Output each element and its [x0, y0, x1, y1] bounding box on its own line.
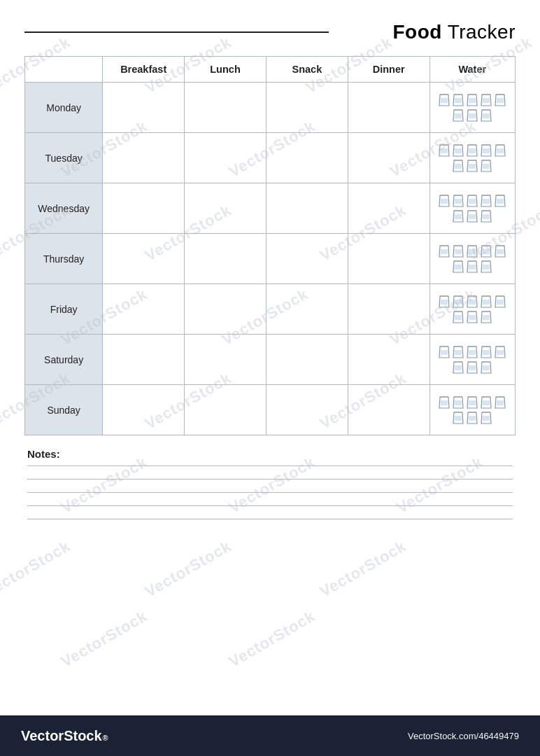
water-glass-icon [466, 360, 478, 374]
breakfast-cell-friday[interactable] [103, 284, 185, 335]
day-cell-thursday: Thursday [25, 234, 103, 284]
notes-label: Notes: [27, 448, 513, 460]
food-tracker-table: Breakfast Lunch Snack Dinner Water Monda… [24, 56, 516, 435]
lunch-cell-sunday[interactable] [185, 385, 267, 435]
water-cell-tuesday[interactable] [429, 133, 515, 183]
col-header-dinner: Dinner [348, 57, 429, 83]
breakfast-cell-monday[interactable] [103, 83, 185, 133]
water-glass-icon [480, 411, 492, 425]
snack-cell-wednesday[interactable] [266, 183, 348, 234]
reg-symbol: ® [103, 734, 108, 742]
dinner-cell-tuesday[interactable] [348, 133, 429, 183]
water-glass-icon [480, 360, 492, 374]
water-glass-icon [480, 209, 492, 223]
lunch-cell-thursday[interactable] [185, 234, 267, 284]
col-header-lunch: Lunch [185, 57, 267, 83]
breakfast-cell-saturday[interactable] [103, 335, 185, 385]
snack-cell-friday[interactable] [266, 284, 348, 335]
watermark-text: VectorStock [226, 607, 319, 671]
breakfast-cell-wednesday[interactable] [103, 183, 185, 234]
water-glass-icon [494, 345, 506, 359]
watermark-text: VectorStock [142, 537, 235, 601]
lunch-cell-saturday[interactable] [185, 335, 267, 385]
water-glass-icon [452, 411, 464, 425]
water-glass-icon [494, 194, 506, 208]
lunch-cell-tuesday[interactable] [185, 133, 267, 183]
dinner-cell-monday[interactable] [348, 83, 429, 133]
water-glass-icon [452, 194, 464, 208]
water-glass-icon [466, 93, 478, 107]
title-regular: Tracker [442, 21, 516, 43]
page-title: Food Tracker [392, 21, 516, 43]
water-cell-saturday[interactable] [429, 335, 515, 385]
water-glass-icon [466, 194, 478, 208]
water-glass-icon [452, 144, 464, 158]
water-glass-icon [494, 93, 506, 107]
notes-line [27, 519, 513, 519]
table-row: Saturday [25, 335, 516, 385]
water-glass-icon [438, 295, 450, 309]
breakfast-cell-sunday[interactable] [103, 385, 185, 435]
water-cell-sunday[interactable] [429, 385, 515, 435]
water-cell-wednesday[interactable] [429, 183, 515, 234]
water-glass-icon [466, 144, 478, 158]
water-glass-icon [480, 159, 492, 173]
notes-line [27, 492, 513, 493]
notes-line [27, 465, 513, 466]
col-header-water: Water [429, 57, 515, 83]
water-cell-monday[interactable] [429, 83, 515, 133]
water-glass-icon [480, 144, 492, 158]
water-glass-icon [452, 260, 464, 274]
col-header-breakfast: Breakfast [103, 57, 185, 83]
snack-cell-monday[interactable] [266, 83, 348, 133]
table-row: Tuesday [25, 133, 516, 183]
snack-cell-saturday[interactable] [266, 335, 348, 385]
title-bold: Food [392, 21, 441, 43]
day-cell-wednesday: Wednesday [25, 183, 103, 234]
water-glass-icon [452, 360, 464, 374]
water-glass-icon [452, 396, 464, 410]
water-glass-icon [438, 194, 450, 208]
breakfast-cell-thursday[interactable] [103, 234, 185, 284]
table-row: Friday [25, 284, 516, 335]
water-glass-icon [438, 144, 450, 158]
water-glass-icon [480, 310, 492, 324]
water-glass-icon [466, 159, 478, 173]
header-line [24, 31, 329, 33]
water-glass-icon [480, 396, 492, 410]
table-row: Wednesday [25, 183, 516, 234]
water-glass-icon [452, 209, 464, 223]
dinner-cell-sunday[interactable] [348, 385, 429, 435]
table-row: Monday [25, 83, 516, 133]
water-glass-icon [494, 144, 506, 158]
water-cell-friday[interactable] [429, 284, 515, 335]
water-glass-icon [438, 93, 450, 107]
dinner-cell-friday[interactable] [348, 284, 429, 335]
lunch-cell-monday[interactable] [185, 83, 267, 133]
logo-text: VectorStock [21, 728, 102, 744]
water-glass-icon [466, 295, 478, 309]
dinner-cell-thursday[interactable] [348, 234, 429, 284]
breakfast-cell-tuesday[interactable] [103, 133, 185, 183]
water-glass-icon [452, 310, 464, 324]
dinner-cell-wednesday[interactable] [348, 183, 429, 234]
table-row: Thursday [25, 234, 516, 284]
day-cell-saturday: Saturday [25, 335, 103, 385]
snack-cell-tuesday[interactable] [266, 133, 348, 183]
water-glass-icon [480, 260, 492, 274]
snack-cell-thursday[interactable] [266, 234, 348, 284]
water-cell-thursday[interactable] [429, 234, 515, 284]
watermark-text: VectorStock [317, 537, 410, 601]
water-glass-icon [466, 209, 478, 223]
water-glass-icon [466, 108, 478, 122]
watermark-text: VectorStock [0, 537, 73, 601]
lunch-cell-friday[interactable] [185, 284, 267, 335]
snack-cell-sunday[interactable] [266, 385, 348, 435]
dinner-cell-saturday[interactable] [348, 335, 429, 385]
day-cell-sunday: Sunday [25, 385, 103, 435]
col-header-day [25, 57, 103, 83]
page-header: Food Tracker [24, 21, 516, 43]
water-glass-icon [452, 345, 464, 359]
lunch-cell-wednesday[interactable] [185, 183, 267, 234]
footer-url: VectorStock.com/46449479 [408, 731, 519, 741]
